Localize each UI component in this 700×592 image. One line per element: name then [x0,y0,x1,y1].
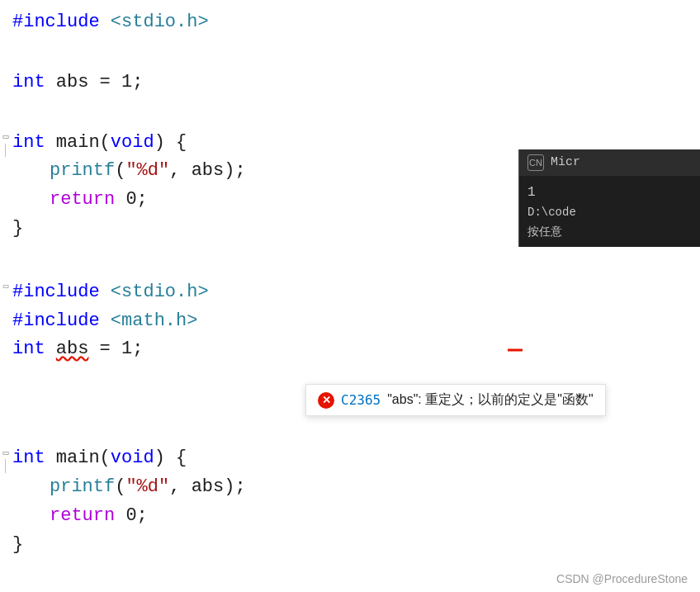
watermark: CSDN @ProcedureStone [556,572,688,585]
var-decl1: abs = 1; [45,70,144,96]
space3 [100,280,111,305]
keyword-void2: void [111,446,154,471]
code-line-main2: ▭ int main( void ) { [0,444,700,473]
keyword-int4: int [12,446,45,471]
func-printf1: printf [50,159,115,184]
space4 [100,309,111,334]
error-popup: ✕ C2365 "abs": 重定义；以前的定义是"函数" [305,384,606,416]
fold-bar-1 [5,144,6,158]
space1 [100,10,111,36]
fold-icon-1[interactable]: ▭ [0,132,12,144]
terminal-output-hint: 按任意 [527,222,692,240]
keyword-include1: #include [12,10,100,36]
code-line-var2: int abs = 1; [0,335,700,364]
keyword-int3: int [12,337,45,362]
printf-args2: , abs); [169,475,245,500]
printf-paren1: ( [115,159,125,184]
terminal-output-path: D:\code [527,203,692,221]
brace-close2: } [12,533,23,558]
space2 [45,130,56,156]
keyword-int1: int [12,70,45,96]
terminal-popup: CN Micr 1 D:\code 按任意 [518,149,700,247]
var-abs-error: abs [56,337,89,362]
watermark-text: CSDN @ProcedureStone [556,572,688,585]
keyword-include3: #include [12,309,100,334]
keyword-return2: return [50,504,115,529]
space5 [45,337,56,362]
func-name1: main( [56,130,111,156]
editor-area: #include <stdio.h> int abs = 1; ▭ int ma… [0,0,700,592]
fold-bar-2 [5,459,6,473]
code-line-close2: } [0,531,700,560]
space6 [45,446,56,471]
code-block-3: ▭ int main( void ) { printf ( "%d" , abs… [0,121,700,252]
return-val1: 0; [115,187,148,213]
include-file1: <stdio.h> [111,10,209,36]
code-block-5: ▭ int main( void ) { printf ( "%d" , abs… [0,436,700,567]
code-line-var1: int abs = 1; [0,69,700,97]
func-name2: main( [56,446,111,471]
error-icon: ✕ [318,392,334,409]
code-line-include2: ▭ #include <stdio.h> [0,278,700,307]
code-line-include1: #include <stdio.h> [0,8,700,37]
brace-close1: } [12,216,23,242]
keyword-return1: return [50,187,115,213]
func-brace2: ) { [154,446,187,471]
keyword-int2: int [12,130,45,156]
fold-icon-3[interactable]: ▭ [0,448,12,459]
return-val2: 0; [115,504,148,529]
code-block-1: #include <stdio.h> [0,0,700,45]
code-line-include3: #include <math.h> [0,307,700,336]
error-code: C2365 [341,392,381,408]
func-printf2: printf [50,475,115,500]
error-dash [508,348,523,351]
printf-str2: "%d" [125,475,169,500]
printf-str1: "%d" [125,159,169,184]
var-assign2: = 1; [88,337,143,362]
func-brace1: ) { [154,130,187,156]
code-block-4: ▭ #include <stdio.h> #include <math.h> i… [0,270,700,372]
terminal-header: CN Micr [519,149,700,176]
error-message: "abs": 重定义；以前的定义是"函数" [387,391,593,409]
terminal-body: 1 D:\code 按任意 [519,176,700,247]
code-block-2: int abs = 1; [0,60,700,106]
keyword-include2: #include [12,280,100,305]
terminal-output-num: 1 [527,182,692,204]
code-line-return2: return 0; [0,502,700,531]
printf-paren2: ( [115,475,125,500]
code-line-printf2: printf ( "%d" , abs); [0,473,700,502]
printf-args1: , abs); [169,159,245,184]
fold-icon-2[interactable]: ▭ [0,282,12,293]
keyword-void1: void [111,130,154,156]
terminal-icon-label: CN [529,158,542,168]
terminal-title: Micr [551,155,580,169]
terminal-icon: CN [527,154,544,171]
include-file3: <math.h> [111,309,198,334]
include-file2: <stdio.h> [111,280,209,305]
